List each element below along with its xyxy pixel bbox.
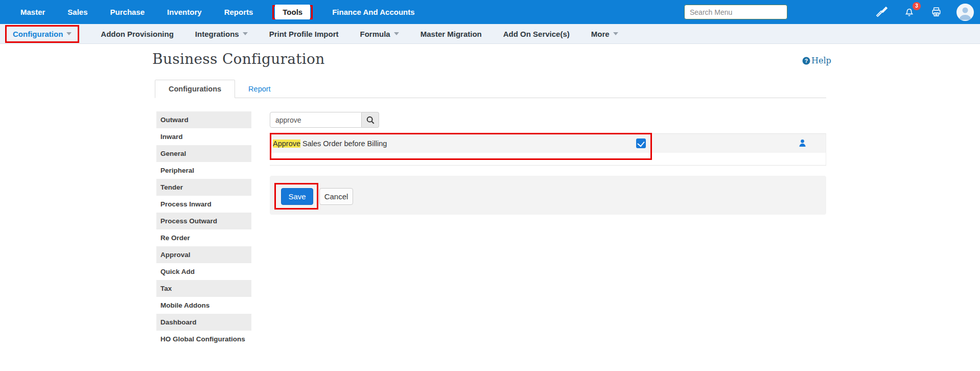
search-menu-input[interactable] <box>684 5 787 19</box>
subnav-more-label: More <box>591 30 610 38</box>
sidebar-item-ho-global-configurations[interactable]: HO Global Configurations <box>156 331 251 347</box>
chevron-down-icon <box>613 32 618 35</box>
help-label: Help <box>811 56 831 65</box>
svg-text:?: ? <box>805 57 808 63</box>
chevron-down-icon <box>66 32 72 35</box>
save-button[interactable]: Save <box>281 188 313 205</box>
tab-configurations[interactable]: Configurations <box>155 80 235 98</box>
configuration-search-input[interactable] <box>270 112 362 128</box>
sidebar-item-approval[interactable]: Approval <box>156 246 251 263</box>
chevron-down-icon <box>394 32 399 35</box>
annotation-box-tools: Tools <box>272 5 313 19</box>
sidebar-item-outward[interactable]: Outward <box>156 111 251 128</box>
sidebar-item-tender[interactable]: Tender <box>156 179 251 196</box>
tab-bar: Configurations Report <box>155 79 826 98</box>
topbar-icons: 3 <box>875 4 974 21</box>
action-panel <box>270 176 826 215</box>
subnav-configuration-label: Configuration <box>13 30 63 38</box>
sidebar-item-tax[interactable]: Tax <box>156 280 251 297</box>
user-avatar[interactable] <box>956 4 974 21</box>
chevron-down-icon <box>243 32 248 35</box>
notifications-bell-icon[interactable]: 3 <box>902 6 916 19</box>
menu-item-reports[interactable]: Reports <box>224 8 253 16</box>
sidebar-item-re-order[interactable]: Re Order <box>156 229 251 246</box>
sidebar-item-peripheral[interactable]: Peripheral <box>156 162 251 179</box>
menu-item-sales[interactable]: Sales <box>67 8 87 16</box>
sidebar-item-quick-add[interactable]: Quick Add <box>156 263 251 280</box>
menu-item-tools[interactable]: Tools <box>275 5 310 19</box>
sidebar-item-process-outward[interactable]: Process Outward <box>156 213 251 229</box>
subnav-print-profile-import[interactable]: Print Profile Import <box>269 30 339 38</box>
notification-count-badge: 3 <box>913 2 921 10</box>
table-empty-row <box>270 153 826 165</box>
table-row: Approve Sales Order before Billing <box>270 134 826 153</box>
theme-brush-icon[interactable] <box>875 6 889 19</box>
annotation-box-configuration: Configuration <box>5 25 79 43</box>
top-menu: Master Sales Purchase Inventory Reports … <box>20 5 415 19</box>
configuration-search <box>270 112 379 128</box>
sub-navigation-bar: Configuration Addon Provisioning Integra… <box>0 24 980 44</box>
subnav-master-migration[interactable]: Master Migration <box>421 30 482 38</box>
subnav-addon-provisioning[interactable]: Addon Provisioning <box>101 30 174 38</box>
subnav-add-on-services[interactable]: Add On Service(s) <box>503 30 570 38</box>
menu-item-finance-and-accounts[interactable]: Finance And Accounts <box>332 8 414 16</box>
printer-icon[interactable] <box>929 6 943 19</box>
top-navigation-bar: Master Sales Purchase Inventory Reports … <box>0 0 980 24</box>
sidebar-item-dashboard[interactable]: Dashboard <box>156 314 251 331</box>
configuration-category-list: Outward Inward General Peripheral Tender… <box>156 111 251 347</box>
configuration-option-rest: Sales Order before Billing <box>300 140 387 148</box>
subnav-formula[interactable]: Formula <box>360 30 399 38</box>
menu-item-inventory[interactable]: Inventory <box>167 8 202 16</box>
menu-item-master[interactable]: Master <box>20 8 45 16</box>
sidebar-item-general[interactable]: General <box>156 145 251 162</box>
configuration-results-table: Approve Sales Order before Billing <box>270 133 826 166</box>
search-match-highlight: Approve <box>273 140 300 148</box>
subnav-formula-label: Formula <box>360 30 390 38</box>
page-title: Business Configuration <box>152 51 325 67</box>
question-circle-icon: ? <box>802 57 810 65</box>
sidebar-item-mobile-addons[interactable]: Mobile Addons <box>156 297 251 314</box>
menu-item-purchase[interactable]: Purchase <box>110 8 145 16</box>
subnav-more[interactable]: More <box>591 30 618 38</box>
sidebar-item-process-inward[interactable]: Process Inward <box>156 196 251 213</box>
configuration-search-button[interactable] <box>362 112 379 128</box>
configuration-option-label: Approve Sales Order before Billing <box>270 140 387 148</box>
cancel-button[interactable]: Cancel <box>319 188 353 205</box>
subnav-configuration[interactable]: Configuration <box>13 30 72 38</box>
help-link[interactable]: ? Help <box>802 56 831 65</box>
subnav-integrations[interactable]: Integrations <box>195 30 248 38</box>
app-window: Master Sales Purchase Inventory Reports … <box>0 0 980 371</box>
search-icon <box>366 115 375 125</box>
tab-report[interactable]: Report <box>235 80 284 98</box>
sidebar-item-inward[interactable]: Inward <box>156 128 251 145</box>
approve-sales-order-checkbox[interactable] <box>636 138 646 148</box>
user-permission-icon[interactable] <box>799 139 806 149</box>
subnav-integrations-label: Integrations <box>195 30 239 38</box>
